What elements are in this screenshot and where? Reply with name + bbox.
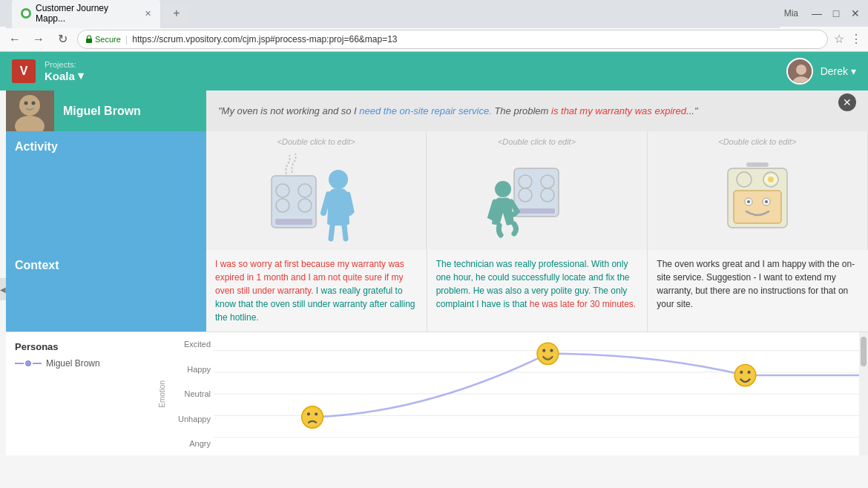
stage-illustration-1: [264, 152, 368, 244]
secure-label: Secure: [95, 35, 121, 44]
tab-favicon: [21, 8, 31, 19]
minimize-button[interactable]: —: [810, 7, 823, 20]
project-selector[interactable]: Koala ▾: [45, 69, 84, 82]
secure-badge: Secure: [85, 35, 121, 44]
svg-point-23: [495, 181, 511, 197]
user-avatar: [786, 58, 813, 85]
svg-point-34: [768, 177, 774, 182]
context-text-2: The technician was really professional. …: [427, 250, 648, 332]
logo-letter: V: [20, 65, 28, 78]
svg-point-48: [748, 371, 751, 374]
svg-rect-27: [746, 162, 769, 167]
svg-point-0: [23, 10, 29, 16]
svg-rect-15: [275, 219, 312, 225]
svg-point-41: [307, 412, 310, 415]
user-name[interactable]: Derek ▾: [821, 65, 856, 77]
stage-cell-1[interactable]: <Double click to edit>: [206, 131, 427, 250]
forward-button[interactable]: →: [30, 30, 47, 48]
emotion-chart-svg: [214, 340, 859, 448]
persona-name-cell: Miguel Brown: [54, 90, 206, 131]
svg-rect-1: [86, 39, 92, 43]
edit-hint-2: <Double click to edit>: [498, 137, 576, 146]
svg-point-8: [24, 102, 28, 105]
back-button[interactable]: ←: [6, 30, 24, 48]
persona-legend-item: Miguel Brown: [15, 358, 145, 369]
tab-bar: Customer Journey Mapp... ✕ +: [6, 0, 780, 28]
close-window-button[interactable]: ✕: [849, 7, 862, 20]
chart-area: [214, 332, 859, 455]
svg-point-9: [32, 102, 36, 105]
svg-point-16: [329, 170, 348, 189]
persona-cell: Miguel Brown: [6, 90, 206, 131]
svg-rect-28: [734, 191, 781, 223]
context-text-1: I was so worry at first because my warra…: [206, 250, 427, 332]
project-name-text: Koala: [45, 70, 75, 82]
svg-point-46: [734, 364, 756, 386]
persona-name: Miguel Brown: [63, 105, 141, 118]
main-content: ✕ ◀: [0, 90, 868, 488]
user-dropdown-icon: ▾: [851, 65, 856, 77]
journey-map-content: Miguel Brown "My oven is not working and…: [6, 90, 868, 488]
svg-point-6: [19, 95, 40, 116]
close-button[interactable]: ✕: [838, 93, 856, 111]
right-scrollbar[interactable]: [859, 332, 868, 455]
menu-button[interactable]: ⋮: [850, 32, 862, 46]
browser-titlebar: Customer Journey Mapp... ✕ + Mia — □ ✕: [0, 0, 868, 27]
svg-point-32: [765, 200, 768, 203]
persona-row: Miguel Brown "My oven is not working and…: [6, 90, 868, 131]
emotion-unhappy: Unhappy: [178, 415, 211, 423]
stage-cell-2[interactable]: <Double click to edit>: [427, 131, 647, 250]
quote-text: "My oven is not working and so I need th…: [218, 105, 698, 116]
stage-illustration-3: [706, 152, 809, 244]
url-box[interactable]: Secure | https://scrum.vpository.com/cjm…: [77, 30, 828, 49]
svg-point-44: [542, 349, 545, 352]
activity-label-cell: Activity: [6, 131, 206, 250]
tab-title: Customer Journey Mapp...: [36, 3, 140, 24]
svg-point-43: [537, 343, 559, 364]
url-display: https://scrum.vpository.com/cjm.jsp#proc…: [132, 34, 397, 44]
quote-part-5: ...": [686, 105, 697, 116]
quote-part-1: "My oven is not working and so I: [218, 105, 359, 116]
activity-label: Activity: [15, 140, 58, 154]
personas-legend: Personas Miguel Brown: [6, 332, 154, 455]
stage-illustration-2: [484, 152, 588, 244]
edit-hint-3: <Double click to edit>: [718, 137, 796, 146]
emotion-happy: Happy: [187, 365, 211, 374]
tab-close-button[interactable]: ✕: [145, 9, 151, 19]
journey-map: Miguel Brown "My oven is not working and…: [6, 90, 868, 455]
emotion-label-text: Emotion: [158, 380, 166, 408]
project-info: Projects: Koala ▾: [45, 60, 84, 82]
svg-point-42: [315, 412, 318, 415]
app-header: V Projects: Koala ▾ Derek ▾: [0, 52, 868, 90]
persona-photo: [6, 90, 54, 131]
profile-label: Mia: [784, 8, 798, 19]
quote-cell: "My oven is not working and so I need th…: [206, 90, 868, 131]
scrollbar-thumb[interactable]: [861, 337, 867, 366]
address-bar: ← → ↻ Secure | https://scrum.vpository.c…: [0, 27, 868, 52]
maximize-button[interactable]: □: [829, 7, 843, 20]
svg-rect-22: [518, 208, 555, 214]
emotion-neutral: Neutral: [185, 389, 211, 398]
reload-button[interactable]: ↻: [53, 30, 71, 48]
new-tab-button[interactable]: +: [163, 3, 190, 24]
quote-part-3: The problem: [492, 105, 549, 116]
activity-row: Activity <Double click to edit>: [6, 131, 868, 250]
ctx-1-part-2: 1 month: [256, 272, 288, 283]
context-row: Context I was so worry at first because …: [6, 250, 868, 332]
emotion-chart: Personas Miguel Brown Emotion: [6, 332, 868, 455]
browser-tab[interactable]: Customer Journey Mapp... ✕: [12, 0, 160, 28]
svg-point-3: [796, 65, 806, 75]
dropdown-arrow-icon: ▾: [78, 69, 84, 82]
left-panel-toggle[interactable]: ◀: [0, 90, 6, 488]
quote-part-4: is that my warranty was expired: [548, 105, 686, 116]
edit-hint-1: <Double click to edit>: [277, 137, 355, 146]
app-logo: V: [12, 59, 36, 83]
ctx-2-part-2: he was late for 30 minutes.: [530, 299, 636, 309]
svg-point-40: [302, 406, 323, 428]
window-controls: Mia — □ ✕: [784, 7, 862, 20]
bookmark-button[interactable]: ☆: [834, 32, 844, 46]
persona-legend-name: Miguel Brown: [46, 358, 100, 369]
stage-cell-3[interactable]: <Double click to edit>: [648, 131, 868, 250]
left-arrow-icon[interactable]: ◀: [0, 278, 6, 300]
emotion-excited: Excited: [184, 340, 211, 349]
